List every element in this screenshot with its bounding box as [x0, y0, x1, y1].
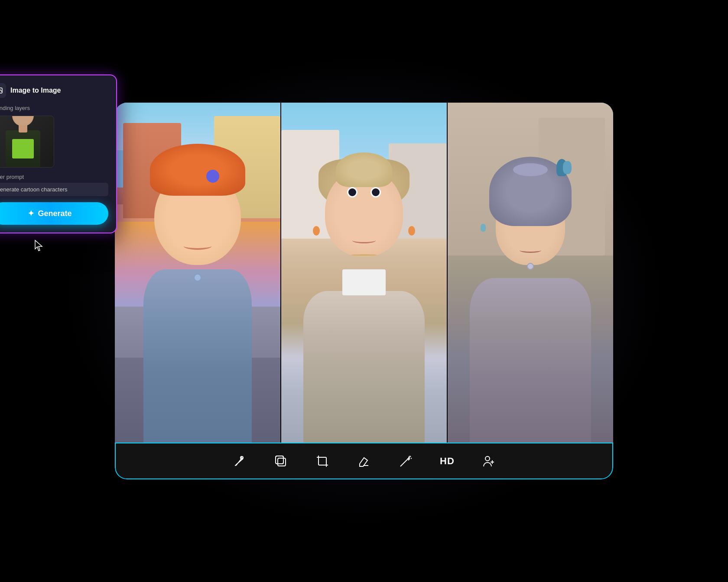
outfit-2 [470, 278, 591, 443]
main-image-container: HD [115, 103, 613, 479]
crop-icon[interactable] [312, 451, 333, 472]
necklace-1 [351, 254, 377, 256]
mech-helmet [489, 157, 572, 226]
svg-rect-2 [278, 458, 286, 466]
generate-button[interactable]: ✦ Generate [0, 202, 108, 225]
toolbar: HD [115, 443, 613, 479]
inner-shirt [342, 269, 386, 295]
earring-right-1 [408, 226, 415, 236]
hd-icon[interactable]: HD [437, 451, 458, 472]
earring-left-1 [313, 226, 320, 236]
svg-point-5 [409, 457, 410, 458]
outfit-1 [303, 291, 425, 443]
floating-panel: Image to Image Blending layers Enter pro… [0, 74, 117, 233]
cartoon-outfit [143, 269, 252, 443]
svg-rect-4 [318, 457, 326, 465]
add-person-icon[interactable] [478, 451, 499, 472]
svg-rect-3 [276, 456, 283, 464]
svg-point-6 [485, 456, 490, 461]
blending-label: Blending layers [0, 105, 108, 111]
hair-flower [206, 170, 219, 183]
generate-label: Generate [38, 209, 72, 218]
cartoon-hair [150, 144, 245, 196]
hair-bun [336, 152, 392, 187]
blending-thumbnail[interactable] [0, 116, 54, 168]
panel-title: Image to Image [10, 87, 61, 94]
panel-icon-box [0, 83, 6, 98]
image-to-image-icon [0, 86, 3, 95]
svg-rect-1 [276, 456, 283, 464]
real-girl-panel [281, 103, 448, 443]
panel-header: Image to Image [0, 83, 108, 98]
prompt-section: Enter prompt Generate cartoon characters [0, 174, 108, 196]
layers-icon[interactable] [270, 451, 291, 472]
cursor [33, 239, 44, 254]
prompt-label: Enter prompt [0, 174, 108, 180]
paint-brush-icon[interactable] [229, 451, 250, 472]
mech-girl-panel [448, 103, 613, 443]
eraser-icon[interactable] [354, 451, 374, 472]
cartoon-panel [115, 103, 281, 443]
prompt-text[interactable]: Generate cartoon characters [0, 183, 108, 196]
images-row [115, 103, 613, 443]
hd-label: HD [440, 456, 455, 467]
magic-wand-icon[interactable] [395, 451, 416, 472]
generate-star-icon: ✦ [28, 209, 34, 218]
